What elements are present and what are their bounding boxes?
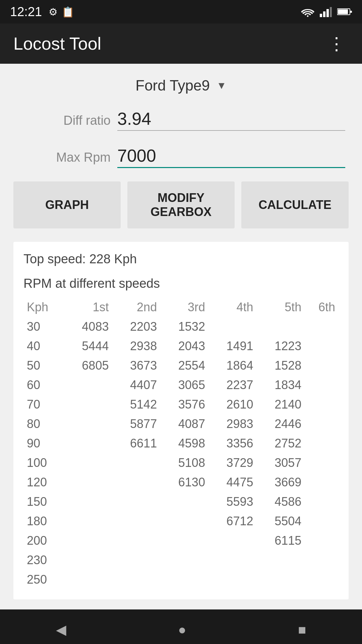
table-cell	[208, 317, 257, 336]
graph-button[interactable]: GRAPH	[13, 181, 121, 228]
table-cell	[64, 550, 112, 570]
table-cell: 2610	[208, 395, 257, 414]
max-rpm-row: Max Rpm	[13, 144, 349, 168]
svg-rect-3	[330, 7, 332, 17]
table-cell	[208, 531, 257, 550]
table-row: 18067125504	[23, 512, 339, 531]
dropdown-arrow-icon: ▼	[217, 80, 227, 91]
table-cell	[160, 492, 208, 512]
table-cell: 150	[23, 492, 64, 512]
max-rpm-label: Max Rpm	[17, 150, 111, 165]
modify-gearbox-button[interactable]: MODIFY GEARBOX	[127, 181, 235, 228]
table-cell	[112, 531, 160, 550]
table-cell: 4407	[112, 375, 160, 395]
status-left: 12:21 ⚙ 📋	[10, 5, 74, 19]
table-cell	[64, 492, 112, 512]
svg-rect-2	[326, 9, 329, 17]
table-cell: 200	[23, 531, 64, 550]
table-cell	[64, 570, 112, 589]
app-title: Locost Tool	[13, 34, 101, 54]
table-cell	[208, 550, 257, 570]
table-cell: 6805	[64, 356, 112, 375]
table-cell: 1528	[257, 356, 305, 375]
results-area: Top speed: 228 Kph RPM at different spee…	[13, 242, 349, 599]
table-cell	[305, 375, 339, 395]
table-cell	[64, 395, 112, 414]
table-cell: 2446	[257, 414, 305, 434]
table-cell: 5504	[257, 512, 305, 531]
table-cell	[305, 453, 339, 473]
table-cell: 90	[23, 434, 64, 453]
nav-bar: ◀ ● ■	[0, 609, 362, 644]
signal-icon	[320, 6, 332, 17]
table-cell: 6611	[112, 434, 160, 453]
table-cell	[305, 512, 339, 531]
table-cell	[64, 453, 112, 473]
col-header-1st: 1st	[64, 298, 112, 317]
back-button[interactable]: ◀	[36, 615, 86, 644]
table-cell	[305, 550, 339, 570]
table-row: 4054442938204314911223	[23, 336, 339, 356]
table-cell: 1491	[208, 336, 257, 356]
table-cell: 5108	[160, 453, 208, 473]
table-row: 2006115	[23, 531, 339, 550]
clipboard-icon: 📋	[62, 6, 74, 18]
home-button[interactable]: ●	[158, 615, 206, 644]
table-cell: 3729	[208, 453, 257, 473]
table-cell	[64, 512, 112, 531]
overflow-menu-button[interactable]: ⋮	[324, 30, 349, 57]
svg-rect-1	[323, 11, 325, 17]
table-row: 5068053673255418641528	[23, 356, 339, 375]
table-cell: 1223	[257, 336, 305, 356]
table-cell: 80	[23, 414, 64, 434]
table-cell: 3356	[208, 434, 257, 453]
gearbox-label: Ford Type9	[135, 77, 210, 94]
table-cell: 2752	[257, 434, 305, 453]
svg-rect-0	[320, 14, 322, 17]
table-cell: 30	[23, 317, 64, 336]
table-cell: 2203	[112, 317, 160, 336]
table-cell	[305, 414, 339, 434]
wifi-icon	[301, 6, 314, 17]
table-cell	[160, 570, 208, 589]
table-cell: 2140	[257, 395, 305, 414]
battery-icon	[337, 8, 352, 16]
status-right	[301, 6, 352, 17]
table-cell	[112, 492, 160, 512]
table-cell: 2554	[160, 356, 208, 375]
gearbox-dropdown[interactable]: Ford Type9 ▼	[135, 77, 226, 94]
table-cell: 1532	[160, 317, 208, 336]
table-cell: 1864	[208, 356, 257, 375]
table-cell	[160, 550, 208, 570]
table-cell: 5877	[112, 414, 160, 434]
calculate-button[interactable]: CALCULATE	[241, 181, 349, 228]
table-cell	[64, 414, 112, 434]
table-cell	[112, 473, 160, 492]
table-cell: 4475	[208, 473, 257, 492]
table-cell: 60	[23, 375, 64, 395]
table-cell: 2938	[112, 336, 160, 356]
table-row: 30408322031532	[23, 317, 339, 336]
diff-ratio-input[interactable]	[117, 107, 345, 131]
table-cell	[112, 570, 160, 589]
table-cell	[257, 550, 305, 570]
table-cell: 6115	[257, 531, 305, 550]
max-rpm-input[interactable]	[117, 144, 345, 168]
table-row: 120613044753669	[23, 473, 339, 492]
table-row: 100510837293057	[23, 453, 339, 473]
col-header-4th: 4th	[208, 298, 257, 317]
table-cell: 3065	[160, 375, 208, 395]
table-cell	[112, 550, 160, 570]
recent-button[interactable]: ■	[278, 615, 326, 644]
table-cell	[64, 473, 112, 492]
table-cell	[64, 531, 112, 550]
table-cell: 100	[23, 453, 64, 473]
table-cell: 4598	[160, 434, 208, 453]
rpm-table: Kph 1st 2nd 3rd 4th 5th 6th 304083220315…	[23, 298, 339, 589]
table-cell: 6712	[208, 512, 257, 531]
col-header-3rd: 3rd	[160, 298, 208, 317]
table-cell	[257, 570, 305, 589]
table-cell	[305, 434, 339, 453]
rpm-title: RPM at different speeds	[23, 276, 339, 291]
gearbox-dropdown-container: Ford Type9 ▼	[13, 77, 349, 94]
